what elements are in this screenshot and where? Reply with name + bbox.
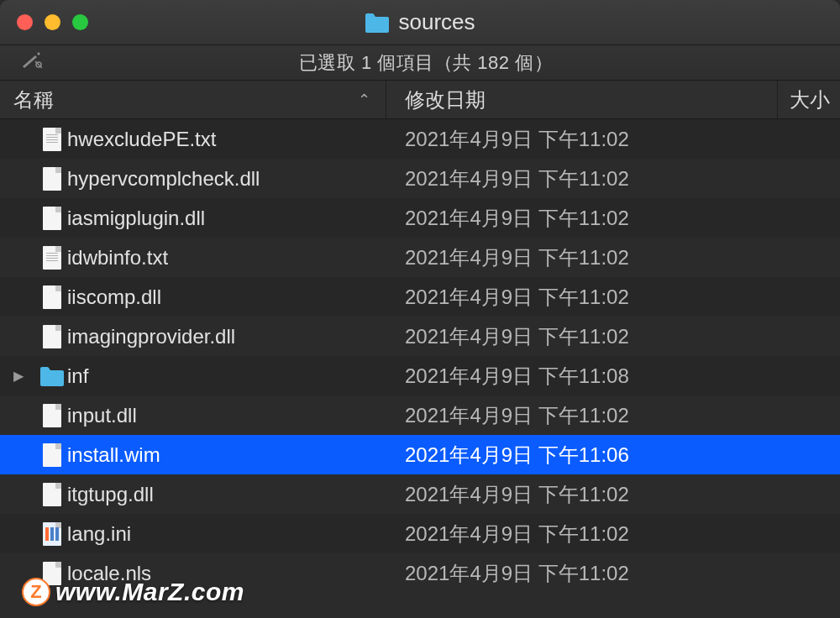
file-list[interactable]: hwexcludePE.txt2021年4月9日 下午11:02hypervco… bbox=[0, 119, 840, 618]
watermark: Z www.MarZ.com bbox=[22, 578, 244, 606]
file-icon bbox=[37, 167, 67, 191]
file-date: 2021年4月9日 下午11:02 bbox=[386, 165, 840, 192]
file-date: 2021年4月9日 下午11:02 bbox=[386, 560, 840, 587]
selection-status: 已選取 1 個項目（共 182 個） bbox=[62, 50, 840, 76]
file-row[interactable]: input.dll2021年4月9日 下午11:02 bbox=[0, 395, 840, 435]
file-name: hwexcludePE.txt bbox=[67, 128, 386, 151]
finder-window: sources 已選取 1 個項目（共 182 個） 名稱 ⌃ 修改日期 大小 … bbox=[0, 0, 840, 618]
column-headers: 名稱 ⌃ 修改日期 大小 bbox=[0, 81, 840, 119]
folder-icon bbox=[37, 366, 67, 386]
window-title: sources bbox=[398, 9, 475, 35]
file-name: iasmigplugin.dll bbox=[67, 207, 386, 230]
file-date: 2021年4月9日 下午11:02 bbox=[386, 126, 840, 153]
edit-tags-icon[interactable] bbox=[0, 52, 62, 74]
file-date: 2021年4月9日 下午11:02 bbox=[386, 244, 840, 271]
file-row[interactable]: hypervcomplcheck.dll2021年4月9日 下午11:02 bbox=[0, 159, 840, 198]
file-icon bbox=[37, 522, 67, 546]
window-title-group: sources bbox=[0, 9, 840, 35]
file-name: imagingprovider.dll bbox=[67, 325, 386, 348]
file-row[interactable]: itgtupg.dll2021年4月9日 下午11:02 bbox=[0, 474, 840, 514]
minimize-button[interactable] bbox=[45, 14, 60, 30]
titlebar[interactable]: sources bbox=[0, 0, 840, 45]
file-row[interactable]: install.wim2021年4月9日 下午11:06 bbox=[0, 435, 840, 474]
file-date: 2021年4月9日 下午11:08 bbox=[386, 363, 840, 390]
file-icon bbox=[37, 128, 67, 151]
file-name: iiscomp.dll bbox=[67, 285, 386, 309]
file-icon bbox=[37, 404, 67, 427]
column-name-label: 名稱 bbox=[13, 86, 54, 113]
file-row[interactable]: imagingprovider.dll2021年4月9日 下午11:02 bbox=[0, 317, 840, 356]
disclosure-triangle[interactable]: ▶ bbox=[0, 368, 37, 384]
file-row[interactable]: lang.ini2021年4月9日 下午11:02 bbox=[0, 514, 840, 553]
file-row[interactable]: hwexcludePE.txt2021年4月9日 下午11:02 bbox=[0, 119, 840, 159]
close-button[interactable] bbox=[17, 14, 33, 30]
file-name: install.wim bbox=[67, 443, 386, 467]
file-row[interactable]: iasmigplugin.dll2021年4月9日 下午11:02 bbox=[0, 198, 840, 238]
file-date: 2021年4月9日 下午11:02 bbox=[386, 205, 840, 232]
column-header-size[interactable]: 大小 bbox=[778, 81, 840, 118]
file-date: 2021年4月9日 下午11:02 bbox=[386, 521, 840, 547]
file-name: idwbinfo.txt bbox=[67, 246, 386, 270]
folder-icon bbox=[365, 13, 390, 33]
file-icon bbox=[37, 483, 67, 506]
file-row[interactable]: iiscomp.dll2021年4月9日 下午11:02 bbox=[0, 277, 840, 317]
file-icon bbox=[37, 443, 67, 467]
column-header-name[interactable]: 名稱 ⌃ bbox=[0, 81, 386, 118]
column-date-label: 修改日期 bbox=[405, 86, 486, 113]
file-row[interactable]: ▶inf2021年4月9日 下午11:08 bbox=[0, 356, 840, 395]
column-header-date[interactable]: 修改日期 bbox=[386, 81, 778, 118]
file-row[interactable]: idwbinfo.txt2021年4月9日 下午11:02 bbox=[0, 238, 840, 277]
watermark-text: www.MarZ.com bbox=[55, 578, 244, 606]
file-name: input.dll bbox=[67, 404, 386, 427]
file-date: 2021年4月9日 下午11:02 bbox=[386, 323, 840, 350]
file-date: 2021年4月9日 下午11:02 bbox=[386, 284, 840, 311]
file-date: 2021年4月9日 下午11:02 bbox=[386, 402, 840, 429]
file-name: inf bbox=[67, 364, 386, 388]
column-size-label: 大小 bbox=[790, 86, 830, 113]
file-date: 2021年4月9日 下午11:02 bbox=[386, 481, 840, 508]
toolbar: 已選取 1 個項目（共 182 個） bbox=[0, 45, 840, 81]
maximize-button[interactable] bbox=[72, 14, 88, 30]
file-icon bbox=[37, 246, 67, 270]
file-name: hypervcomplcheck.dll bbox=[67, 167, 386, 191]
sort-ascending-icon: ⌃ bbox=[358, 91, 370, 109]
file-icon bbox=[37, 325, 67, 348]
file-icon bbox=[37, 207, 67, 230]
file-date: 2021年4月9日 下午11:06 bbox=[386, 442, 840, 469]
file-icon bbox=[37, 285, 67, 309]
watermark-badge: Z bbox=[22, 578, 50, 606]
file-name: itgtupg.dll bbox=[67, 483, 386, 506]
file-name: lang.ini bbox=[67, 522, 386, 546]
traffic-lights bbox=[0, 14, 88, 30]
